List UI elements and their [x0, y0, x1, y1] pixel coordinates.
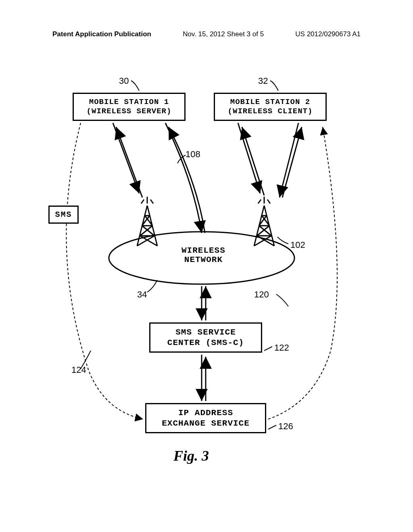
ip-line1: IP ADDRESS: [178, 408, 233, 418]
mobile1-line1: MOBILE STATION 1: [89, 98, 169, 107]
svg-line-29: [113, 123, 139, 193]
smsc-line2: CENTER (SMS-C): [167, 338, 244, 348]
wireless-line1: WIRELESS: [181, 246, 225, 255]
ref-120: 120: [254, 289, 269, 300]
svg-line-33: [280, 123, 298, 197]
svg-line-28: [267, 200, 270, 204]
mobile-station-1-box: MOBILE STATION 1 (WIRELESS SERVER): [73, 93, 186, 121]
ref-30: 30: [119, 76, 129, 86]
ref-32: 32: [258, 76, 268, 86]
header-date-sheet: Nov. 15, 2012 Sheet 3 of 5: [183, 30, 264, 38]
ref-126: 126: [278, 421, 293, 432]
diagram-container: MOBILE STATION 1 (WIRELESS SERVER) MOBIL…: [40, 69, 373, 472]
svg-line-27: [258, 200, 261, 204]
wireless-network-label: WIRELESS NETWORK: [181, 246, 225, 264]
svg-line-30: [116, 127, 142, 197]
smsc-line1: SMS SERVICE: [175, 327, 236, 337]
svg-line-14: [150, 200, 153, 204]
mobile2-line2: (WIRELESS CLIENT): [228, 107, 313, 116]
ref-108: 108: [186, 149, 200, 160]
mobile-station-2-box: MOBILE STATION 2 (WIRELESS CLIENT): [214, 93, 327, 121]
header-publication: Patent Application Publication: [52, 30, 151, 38]
sms-box: SMS: [48, 206, 79, 224]
svg-line-13: [141, 200, 144, 204]
wireless-line2: NETWORK: [181, 255, 225, 264]
figure-label: Fig. 3: [173, 447, 209, 464]
svg-line-34: [282, 127, 302, 197]
header-patent-number: US 2012/0290673 A1: [295, 30, 361, 38]
svg-line-32: [242, 127, 264, 195]
sms-service-center-box: SMS SERVICE CENTER (SMS-C): [149, 322, 262, 353]
mobile1-line2: (WIRELESS SERVER): [87, 107, 172, 116]
ip-address-exchange-box: IP ADDRESS EXCHANGE SERVICE: [145, 403, 266, 433]
ref-102: 102: [290, 240, 305, 250]
ref-122: 122: [274, 343, 289, 353]
ref-34: 34: [137, 289, 147, 300]
svg-line-31: [238, 123, 260, 193]
ip-line2: EXCHANGE SERVICE: [162, 418, 250, 428]
ref-124: 124: [71, 365, 86, 375]
mobile2-line1: MOBILE STATION 2: [230, 98, 310, 107]
sms-label: SMS: [55, 210, 72, 220]
